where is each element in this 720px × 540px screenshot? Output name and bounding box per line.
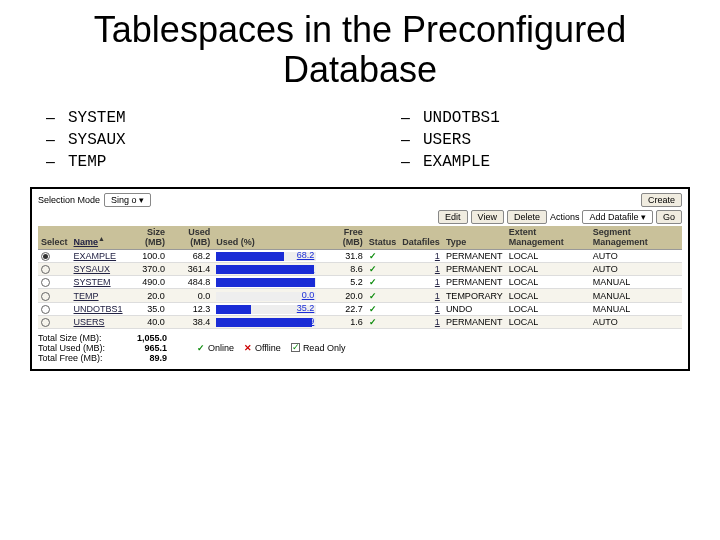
x-icon: ✕ xyxy=(244,343,252,353)
check-icon: ✓ xyxy=(369,264,377,274)
cell-name[interactable]: SYSTEM xyxy=(71,276,126,289)
col-used: Used (MB) xyxy=(168,226,213,249)
cell-size: 40.0 xyxy=(126,315,168,328)
list-item: SYSTEM xyxy=(40,107,335,129)
cell-used: 12.3 xyxy=(168,302,213,315)
cell-datafiles[interactable]: 1 xyxy=(399,263,443,276)
row-select-radio[interactable] xyxy=(41,305,50,314)
cell-free: 22.7 xyxy=(323,302,366,315)
tablespaces-panel: Selection Mode Sing o ▾ Create Edit View… xyxy=(30,187,690,371)
total-used-label: Total Used (MB): xyxy=(38,343,118,353)
col-size: Size (MB) xyxy=(126,226,168,249)
pct-link[interactable]: 98.9 xyxy=(297,276,315,286)
pct-link[interactable]: 0.0 xyxy=(302,290,315,300)
pct-link[interactable]: 97.7 xyxy=(297,263,315,273)
list-item: EXAMPLE xyxy=(395,151,690,173)
tablespace-lists: SYSTEMSYSAUXTEMP UNDOTBS1USERSEXAMPLE xyxy=(30,107,690,173)
col-type: Type xyxy=(443,226,506,249)
cell-extent: LOCAL xyxy=(506,289,590,302)
col-name[interactable]: Name▲ xyxy=(71,226,126,249)
cell-status: ✓ xyxy=(366,315,400,328)
col-select: Select xyxy=(38,226,71,249)
cell-type: TEMPORARY xyxy=(443,289,506,302)
cell-free: 31.8 xyxy=(323,250,366,263)
row-select-radio[interactable] xyxy=(41,292,50,301)
table-row: TEMP20.00.00.020.0✓1TEMPORARYLOCALMANUAL xyxy=(38,289,682,302)
cell-segment: MANUAL xyxy=(590,276,682,289)
cell-datafiles[interactable]: 1 xyxy=(399,250,443,263)
list-item: USERS xyxy=(395,129,690,151)
cell-size: 35.0 xyxy=(126,302,168,315)
tablespaces-table: Select Name▲ Size (MB) Used (MB) Used (%… xyxy=(38,226,682,329)
status-legend: ✓Online ✕Offline Read Only xyxy=(197,333,345,363)
cell-extent: LOCAL xyxy=(506,315,590,328)
cell-status: ✓ xyxy=(366,250,400,263)
cell-segment: MANUAL xyxy=(590,302,682,315)
list-item: TEMP xyxy=(40,151,335,173)
cell-type: PERMANENT xyxy=(443,315,506,328)
cell-used: 68.2 xyxy=(168,250,213,263)
col-datafiles: Datafiles xyxy=(399,226,443,249)
cell-status: ✓ xyxy=(366,263,400,276)
cell-name[interactable]: TEMP xyxy=(71,289,126,302)
list-item: SYSAUX xyxy=(40,129,335,151)
view-button[interactable]: View xyxy=(471,210,504,224)
selection-mode-label: Selection Mode xyxy=(38,195,100,205)
pct-link[interactable]: 35.2 xyxy=(297,303,315,313)
readonly-icon xyxy=(291,343,300,352)
pct-link[interactable]: 68.2 xyxy=(297,250,315,260)
table-row: SYSAUX370.0361.497.78.6✓1PERMANENTLOCALA… xyxy=(38,263,682,276)
cell-used-pct: 68.2 xyxy=(213,250,323,263)
row-select-radio[interactable] xyxy=(41,252,50,261)
cell-status: ✓ xyxy=(366,289,400,302)
check-icon: ✓ xyxy=(369,277,377,287)
actions-select[interactable]: Add Datafile ▾ xyxy=(582,210,653,224)
cell-name[interactable]: UNDOTBS1 xyxy=(71,302,126,315)
cell-used: 484.8 xyxy=(168,276,213,289)
cell-datafiles[interactable]: 1 xyxy=(399,289,443,302)
cell-segment: AUTO xyxy=(590,250,682,263)
left-column: SYSTEMSYSAUXTEMP xyxy=(40,107,335,173)
cell-name[interactable]: USERS xyxy=(71,315,126,328)
check-icon: ✓ xyxy=(369,304,377,314)
cell-extent: LOCAL xyxy=(506,276,590,289)
cell-size: 20.0 xyxy=(126,289,168,302)
col-used-pct: Used (%) xyxy=(213,226,323,249)
total-free-value: 89.9 xyxy=(122,353,167,363)
cell-used: 38.4 xyxy=(168,315,213,328)
cell-status: ✓ xyxy=(366,276,400,289)
cell-used-pct: 97.7 xyxy=(213,263,323,276)
go-button[interactable]: Go xyxy=(656,210,682,224)
pct-link[interactable]: 95.9 xyxy=(297,316,315,326)
cell-datafiles[interactable]: 1 xyxy=(399,302,443,315)
cell-used-pct: 0.0 xyxy=(213,289,323,302)
delete-button[interactable]: Delete xyxy=(507,210,547,224)
right-column: UNDOTBS1USERSEXAMPLE xyxy=(395,107,690,173)
actions-label: Actions xyxy=(550,212,580,222)
cell-segment: AUTO xyxy=(590,315,682,328)
edit-button[interactable]: Edit xyxy=(438,210,468,224)
cell-extent: LOCAL xyxy=(506,263,590,276)
cell-size: 100.0 xyxy=(126,250,168,263)
cell-name[interactable]: SYSAUX xyxy=(71,263,126,276)
cell-type: UNDO xyxy=(443,302,506,315)
cell-type: PERMANENT xyxy=(443,250,506,263)
list-item: UNDOTBS1 xyxy=(395,107,690,129)
row-select-radio[interactable] xyxy=(41,278,50,287)
create-button[interactable]: Create xyxy=(641,193,682,207)
cell-type: PERMANENT xyxy=(443,263,506,276)
total-size-value: 1,055.0 xyxy=(122,333,167,343)
table-row: UNDOTBS135.012.335.222.7✓1UNDOLOCALMANUA… xyxy=(38,302,682,315)
cell-extent: LOCAL xyxy=(506,302,590,315)
cell-free: 8.6 xyxy=(323,263,366,276)
row-select-radio[interactable] xyxy=(41,265,50,274)
cell-used: 0.0 xyxy=(168,289,213,302)
slide-title: Tablespaces in the Preconfigured Databas… xyxy=(30,10,690,89)
col-extent: Extent Management xyxy=(506,226,590,249)
cell-datafiles[interactable]: 1 xyxy=(399,276,443,289)
row-select-radio[interactable] xyxy=(41,318,50,327)
cell-datafiles[interactable]: 1 xyxy=(399,315,443,328)
total-used-value: 965.1 xyxy=(122,343,167,353)
selection-mode-select[interactable]: Sing o ▾ xyxy=(104,193,151,207)
cell-name[interactable]: EXAMPLE xyxy=(71,250,126,263)
